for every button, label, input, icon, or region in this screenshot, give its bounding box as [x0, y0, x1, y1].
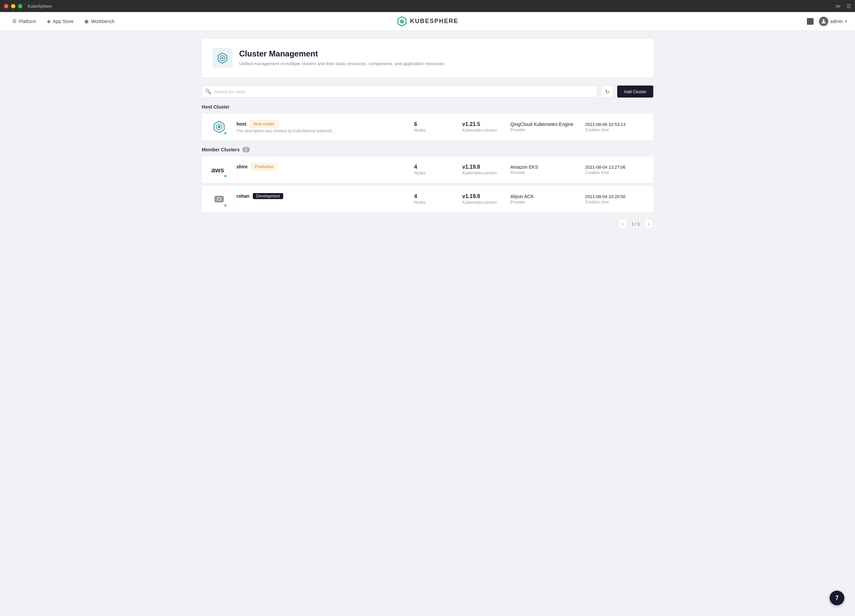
nodes-label: Nodes [414, 171, 454, 175]
page-indicator: 1 / 1 [631, 221, 640, 227]
cluster-management-icon [216, 52, 228, 64]
workbench-nav-item[interactable]: ◉ Workbench [80, 16, 119, 26]
main-content: Cluster Management Unified management of… [194, 31, 661, 236]
creation-time-label: Creation time [585, 170, 645, 175]
nodes-label: Nodes [414, 200, 454, 205]
brand-name: KUBESPHERE [410, 18, 458, 25]
close-button[interactable] [4, 4, 8, 8]
cluster-tag: Host cluster [250, 121, 278, 127]
platform-nav-item[interactable]: ⚙ Platform [8, 16, 40, 26]
cluster-nodes: 4 Nodes [414, 164, 454, 175]
cluster-k8s: v1.19.8 Kubernetes version [462, 164, 502, 175]
platform-icon: ⚙ [12, 18, 17, 25]
help-button[interactable]: 7 [830, 591, 844, 605]
cluster-icon-box [212, 48, 233, 68]
svg-rect-13 [220, 198, 222, 201]
cluster-logo [210, 118, 228, 136]
page-description: Unified management of multiple clusters … [239, 60, 445, 67]
maximize-button[interactable] [18, 4, 22, 8]
table-row[interactable]: rohan Development - 4 Nodes v1.19.8 Kube… [202, 186, 653, 213]
search-icon: 🔍 [205, 89, 211, 95]
cluster-name-row: shire Production [236, 163, 406, 170]
member-section-label: Member Clusters [202, 147, 240, 152]
page-header-text: Cluster Management Unified management of… [239, 49, 445, 67]
refresh-button[interactable]: ↻ [601, 86, 613, 98]
table-row[interactable]: aws shire Production - 4 Nodes v1.19.8 K… [202, 156, 653, 183]
search-wrap: 🔍 [202, 86, 597, 98]
svg-point-9 [218, 126, 221, 128]
provider-label: Provider [510, 127, 577, 132]
page-title: Cluster Management [239, 49, 445, 58]
next-page-button[interactable]: › [644, 219, 653, 228]
cluster-nodes: 4 Nodes [414, 193, 454, 205]
creation-time-label: Creation time [585, 127, 645, 132]
chevron-down-icon: ▾ [845, 19, 847, 24]
add-cluster-button[interactable]: Add Cluster [617, 86, 653, 98]
svg-point-6 [221, 57, 224, 59]
layout-icon[interactable] [807, 18, 814, 25]
navbar: ⚙ Platform ◈ App Store ◉ Workbench KUBES… [0, 12, 855, 31]
k8s-version-label: Kubernetes version [462, 171, 502, 175]
workbench-label: Workbench [91, 19, 115, 24]
kubesphere-logo-icon [397, 16, 407, 27]
cluster-desc: - [236, 172, 337, 176]
k8s-version-value: v1.19.8 [462, 193, 502, 199]
host-clusters-list: host Host cluster The description was cr… [202, 113, 653, 140]
host-section-label: Host Cluster [202, 104, 230, 110]
cluster-info: host Host cluster The description was cr… [236, 121, 406, 133]
cluster-provider: QingCloud Kubernetes Engine Provider [510, 122, 577, 132]
provider-label: Provider [510, 200, 577, 204]
cluster-provider: Aliyun ACK Provider [510, 194, 577, 204]
menu-icon[interactable]: ☰ [846, 3, 851, 9]
page-header-card: Cluster Management Unified management of… [202, 39, 653, 78]
table-row[interactable]: host Host cluster The description was cr… [202, 113, 653, 140]
provider-value: QingCloud Kubernetes Engine [510, 122, 577, 127]
navbar-nav: ⚙ Platform ◈ App Store ◉ Workbench [8, 16, 119, 26]
titlebar: KubeSphere ≫ ☰ [0, 0, 855, 12]
search-input[interactable] [202, 86, 597, 98]
k8s-version-value: v1.19.8 [462, 164, 502, 170]
svg-text:aws: aws [211, 166, 224, 174]
svg-rect-12 [216, 198, 218, 201]
cluster-creation: 2021-08-04 13:27:06 Creation time [585, 165, 645, 175]
nodes-value: 4 [414, 164, 454, 170]
appstore-icon: ◈ [47, 18, 51, 25]
status-dot [224, 132, 227, 135]
cluster-name-row: host Host cluster [236, 121, 406, 127]
k8s-version-label: Kubernetes version [462, 200, 502, 205]
creation-time-value: 2021-08-04 13:27:06 [585, 165, 645, 170]
user-menu[interactable]: admin ▾ [819, 17, 847, 26]
cluster-info: shire Production - [236, 163, 406, 176]
nodes-value: 6 [414, 121, 454, 127]
provider-value: Aliyun ACK [510, 194, 577, 199]
minimize-button[interactable] [11, 4, 15, 8]
brand-logo: KUBESPHERE [397, 16, 458, 27]
cluster-creation: 2021-08-06 10:53:13 Creation time [585, 122, 645, 132]
cluster-logo: aws [210, 160, 228, 179]
pagination: ‹ 1 / 1 › [202, 219, 653, 228]
titlebar-actions: ≫ ☰ [835, 3, 851, 9]
avatar [819, 17, 828, 26]
cluster-k8s: v1.19.8 Kubernetes version [462, 193, 502, 205]
cluster-desc: - [236, 201, 337, 205]
appstore-nav-item[interactable]: ◈ App Store [43, 16, 78, 26]
cluster-k8s: v1.21.5 Kubernetes version [462, 121, 502, 133]
k8s-version-label: Kubernetes version [462, 128, 502, 133]
cluster-info: rohan Development - [236, 193, 406, 205]
prev-page-button[interactable]: ‹ [618, 219, 628, 228]
cluster-desc: The description was created by KubeSpher… [236, 129, 337, 133]
cluster-creation: 2021-08-04 10:20:50 Creation time [585, 194, 645, 204]
status-dot [224, 204, 227, 207]
cluster-name: rohan [236, 193, 250, 199]
appstore-label: App Store [53, 19, 74, 24]
creation-time-value: 2021-08-06 10:53:13 [585, 122, 645, 127]
cluster-tag: Development [253, 193, 283, 199]
cluster-name: host [236, 121, 247, 127]
provider-label: Provider [510, 170, 577, 175]
cluster-nodes: 6 Nodes [414, 121, 454, 133]
svg-point-3 [823, 19, 824, 21]
member-clusters-list: aws shire Production - 4 Nodes v1.19.8 K… [202, 156, 653, 213]
expand-icon[interactable]: ≫ [835, 3, 841, 9]
status-dot [224, 175, 227, 178]
username: admin [830, 19, 843, 24]
